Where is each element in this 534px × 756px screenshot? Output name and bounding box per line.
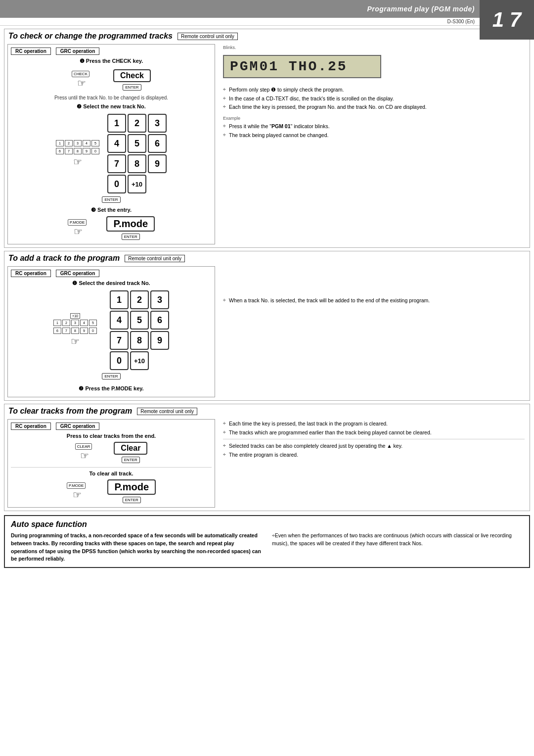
mini2-key-1: 1 xyxy=(53,320,61,326)
rc-op3: RC operation xyxy=(11,423,51,430)
note-3: Each time the key is pressed, the progra… xyxy=(223,103,525,111)
hand-icon-pmode1: ☜ xyxy=(74,226,83,237)
mini2-key-2: 2 xyxy=(62,320,70,326)
s2-key-plus10: +10 xyxy=(130,351,149,370)
section2-step2: ❷ Press the P.MODE key. xyxy=(11,385,212,392)
mini2-key-3: 3 xyxy=(71,320,79,326)
section3-step1: Press to clear tracks from the end. xyxy=(11,433,212,439)
mini2-key-5: 5 xyxy=(89,320,97,326)
mini2-key-0: 0 xyxy=(89,328,97,334)
mini-key-3: 3 xyxy=(74,140,82,146)
note-2: In the case of a CD-TEXT disc, the track… xyxy=(223,95,525,102)
hand-icon-clear: ☜ xyxy=(80,450,89,462)
s2-key-5: 5 xyxy=(130,311,149,330)
pmode-key-enter: ENTER xyxy=(122,234,140,240)
section1-title: To check or change the programmed tracks xyxy=(8,32,173,41)
section1-left-panel: RC operation GRC operation ❶ Press the C… xyxy=(7,44,215,244)
key-0: 0 xyxy=(107,175,126,193)
mini2-key-6: 6 xyxy=(53,328,61,334)
s2-note-1: When a track No. is selected, the track … xyxy=(223,297,525,304)
rc-op2: RC operation xyxy=(11,270,51,277)
section3-notes1: Each time the key is pressed, the last t… xyxy=(223,420,525,436)
s3-note-4: The entire program is cleared. xyxy=(223,451,525,459)
clear-key-enter: ENTER xyxy=(122,457,140,463)
section3-title: To clear tracks from the program xyxy=(8,407,132,416)
s2-key-6: 6 xyxy=(150,311,169,330)
check-key-enter: ENTER xyxy=(123,84,141,91)
mini-key-4: 4 xyxy=(83,140,90,146)
section-check-change: To check or change the programmed tracks… xyxy=(4,29,530,248)
mini-key-6: 6 xyxy=(56,148,64,154)
section2-left-panel: RC operation GRC operation ❶ Select the … xyxy=(7,266,215,397)
step1-label: ❶ Press the CHECK key. xyxy=(11,58,212,64)
numpad1-enter: ENTER xyxy=(102,196,120,203)
s3-note-1: Each time the key is pressed, the last t… xyxy=(223,420,525,427)
key-1: 1 xyxy=(107,114,126,133)
grc-operation-badge: GRC operation xyxy=(56,47,100,55)
section2-notes: When a track No. is selected, the track … xyxy=(223,297,525,304)
step2-label: ❷ Select the new track No. xyxy=(11,103,212,110)
mini-key-9: 9 xyxy=(83,148,90,154)
mini-key-2: 2 xyxy=(65,140,73,146)
auto-space-inner: During programming of tracks, a non-reco… xyxy=(11,532,523,563)
grc-op3: GRC operation xyxy=(56,423,100,430)
clear-label-badge: CLEAR xyxy=(75,443,92,450)
key-6: 6 xyxy=(148,134,167,153)
auto-space-body-right: ÷Even when the performances of two track… xyxy=(272,532,523,563)
pmode2-key-enter: ENTER xyxy=(123,497,141,503)
section1-notes: Perform only step ❶ to simply check the … xyxy=(223,86,525,111)
section2-step1: ❶ Select the desired track No. xyxy=(11,280,212,286)
numpad-section1: 1 2 3 4 5 6 7 8 9 0 +10 xyxy=(107,114,167,193)
s2-key-1: 1 xyxy=(110,290,129,309)
section-clear-tracks: To clear tracks from the program Remote … xyxy=(4,404,530,511)
blinks-label: Blinks. xyxy=(223,45,525,50)
numpad2-enter: ENTER xyxy=(102,373,120,379)
check-key-display: Check xyxy=(113,69,151,82)
s2-key-4: 4 xyxy=(110,311,129,330)
page-number: 1 7 xyxy=(492,8,521,32)
note-4: Press it while the "PGM 01" indicator bl… xyxy=(223,123,525,130)
section2-remote-badge: Remote control unit only xyxy=(125,255,185,262)
section1-notes2: Press it while the "PGM 01" indicator bl… xyxy=(223,123,525,139)
pmode2-badge: P.MODE xyxy=(67,482,86,489)
s3-note-3: Selected tracks can be also completely c… xyxy=(223,442,525,450)
key-plus10: +10 xyxy=(128,175,146,193)
mini-key-0: 0 xyxy=(91,148,99,154)
section3-remote-badge: Remote control unit only xyxy=(137,408,197,415)
s2-key-2: 2 xyxy=(130,290,149,309)
grc-op2: GRC operation xyxy=(56,270,100,277)
header-title: Programmed play (PGM mode) xyxy=(367,5,475,13)
auto-space-body-left: During programming of tracks, a non-reco… xyxy=(11,532,262,563)
numpad-section2: 1 2 3 4 5 6 7 8 9 0 +10 xyxy=(110,290,169,370)
key-3: 3 xyxy=(148,114,167,133)
key-8: 8 xyxy=(128,154,146,173)
mini-key-8: 8 xyxy=(74,148,82,154)
auto-space-title: Auto space function xyxy=(11,520,523,529)
pmode-key-display: P.mode xyxy=(106,216,155,232)
note-5: The track being played cannot be changed… xyxy=(223,132,525,139)
note-1: Perform only step ❶ to simply check the … xyxy=(223,86,525,94)
mini2-key-4: 4 xyxy=(80,320,88,326)
section3-step2: To clear all track. xyxy=(11,471,212,476)
model-line: D-S300 (En) xyxy=(0,18,534,26)
mini-key-5: 5 xyxy=(91,140,99,146)
section1-right-panel: Blinks. PGM01 THO.25 Perform only step ❶… xyxy=(218,42,530,247)
display-text: PGM01 THO.25 xyxy=(230,59,348,74)
pmode2-key-display: P.mode xyxy=(107,479,156,495)
clear-key-display: Clear xyxy=(114,442,147,455)
mini2-key-8: 8 xyxy=(71,328,79,334)
section-add-track: To add a track to the program Remote con… xyxy=(4,251,530,401)
mini2-key-9: 9 xyxy=(80,328,88,334)
auto-space-bold: During programming of tracks, a non-reco… xyxy=(11,532,261,562)
pmode-badge: P.MODE xyxy=(68,219,87,226)
page-number-box: 1 7 xyxy=(480,0,534,40)
hand-icon-numpad1: ☜ xyxy=(73,156,82,168)
step3-label: ❸ Set the entry. xyxy=(11,207,212,213)
section3-notes2: Selected tracks can be also completely c… xyxy=(223,442,525,458)
auto-space-note: ÷Even when the performances of two track… xyxy=(272,532,523,548)
key-7: 7 xyxy=(107,154,126,173)
step1-sublabel: Press until the track No. to be changed … xyxy=(54,95,168,100)
key-9: 9 xyxy=(148,154,167,173)
key-5: 5 xyxy=(128,134,146,153)
section1-remote-badge: Remote control unit only xyxy=(178,33,238,40)
